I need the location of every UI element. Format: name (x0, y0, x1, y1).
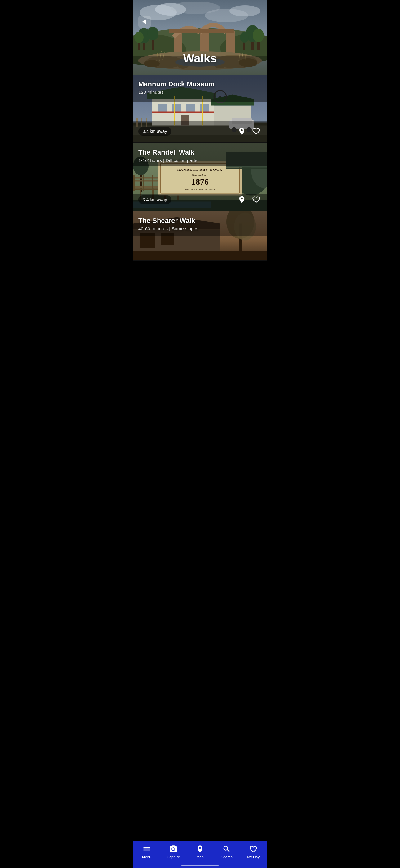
shearer-card-content: The Shearer Walk 40-60 minutes | Some sl… (133, 211, 267, 260)
walk-card-mannum[interactable]: Mannum Dock Museum 120 minutes 3.4 km aw… (133, 74, 267, 143)
mannum-location-button[interactable] (236, 126, 247, 137)
mannum-subtitle: 120 minutes (138, 89, 262, 95)
randell-location-button[interactable] (236, 194, 247, 205)
heart-icon (252, 127, 261, 136)
shearer-subtitle: 40-60 minutes | Some slopes (138, 226, 262, 231)
randell-actions (236, 194, 262, 205)
randell-card-content: The Randell Walk 1-1/2 hours | Difficult… (133, 143, 267, 211)
svg-rect-24 (169, 30, 234, 33)
svg-point-20 (240, 32, 249, 42)
walk-card-randell[interactable]: RANDELL DRY DOCK First used in ... 1876 … (133, 143, 267, 211)
page-bottom-spacer (133, 261, 267, 292)
mannum-distance: 3.4 km away (138, 127, 171, 136)
svg-point-18 (253, 29, 264, 42)
shearer-title: The Shearer Walk (138, 217, 262, 225)
mannum-favorite-button[interactable] (251, 126, 262, 137)
hero-title: Walks (133, 52, 267, 65)
randell-footer: 3.4 km away (138, 194, 262, 205)
mannum-card-content: Mannum Dock Museum 120 minutes 3.4 km aw… (133, 74, 267, 143)
walk-card-shearer[interactable]: The Shearer Walk 40-60 minutes | Some sl… (133, 211, 267, 261)
svg-point-14 (134, 32, 143, 43)
hero-section: Walks (133, 0, 267, 74)
randell-subtitle: 1-1/2 hours | Difficult in parts (138, 158, 262, 163)
back-chevron-icon (142, 19, 146, 24)
mannum-header: Mannum Dock Museum 120 minutes (138, 80, 262, 95)
mannum-footer: 3.4 km away (138, 126, 262, 137)
mannum-actions (236, 126, 262, 137)
randell-distance: 3.4 km away (138, 195, 171, 204)
location-pin-icon (237, 127, 246, 136)
heart-icon (252, 195, 261, 204)
randell-favorite-button[interactable] (251, 194, 262, 205)
svg-point-4 (229, 5, 261, 17)
mannum-title: Mannum Dock Museum (138, 80, 262, 88)
svg-point-5 (171, 2, 220, 14)
location-pin-icon (237, 195, 246, 204)
back-button[interactable] (138, 16, 151, 28)
randell-title: The Randell Walk (138, 148, 262, 156)
shearer-header: The Shearer Walk 40-60 minutes | Some sl… (138, 217, 262, 231)
svg-point-12 (147, 27, 159, 40)
randell-header: The Randell Walk 1-1/2 hours | Difficult… (138, 148, 262, 163)
